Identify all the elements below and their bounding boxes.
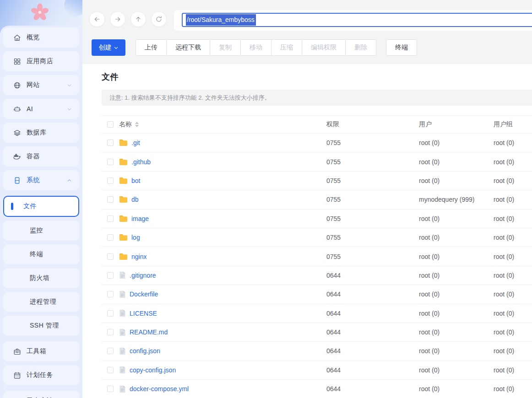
row-checkbox[interactable]: [107, 253, 114, 260]
file-name-link[interactable]: .github: [131, 158, 151, 166]
table-row: nginx0755root (0)root (0): [102, 247, 532, 266]
row-checkbox[interactable]: [107, 386, 114, 392]
perm-cell: 0644: [326, 272, 419, 279]
file-name-link[interactable]: image: [131, 215, 149, 222]
row-checkbox[interactable]: [107, 348, 114, 354]
sidebar-item-终端[interactable]: 终端: [3, 244, 79, 264]
folder-icon: [119, 253, 128, 260]
grid-icon: [13, 57, 21, 65]
file-name-link[interactable]: nginx: [131, 253, 147, 260]
user-cell: root (0): [419, 310, 494, 317]
sidebar-item-label: 防火墙: [30, 274, 50, 282]
file-name-link[interactable]: LICENSE: [130, 310, 157, 317]
group-cell: root (0): [494, 272, 532, 279]
perm-cell: 0644: [326, 347, 419, 355]
sidebar-item-防火墙[interactable]: 防火墙: [3, 268, 79, 288]
row-checkbox[interactable]: [107, 234, 114, 241]
forward-button[interactable]: [110, 11, 125, 27]
path-value-selected-text: /root/Sakura_embyboss: [186, 14, 256, 26]
perm-cell: 0755: [326, 177, 419, 184]
server-icon: [13, 176, 21, 184]
perm-cell: 0644: [326, 310, 419, 317]
sidebar-item-网站[interactable]: 网站: [3, 75, 79, 95]
sidebar-item-SSH-管理[interactable]: SSH 管理: [3, 316, 79, 336]
row-checkbox[interactable]: [107, 291, 114, 297]
user-cell: root (0): [419, 366, 494, 374]
terminal-button[interactable]: 终端: [386, 39, 417, 56]
chevron-up-icon: [67, 178, 72, 183]
row-checkbox[interactable]: [107, 215, 114, 222]
group-cell: root (0): [494, 290, 532, 298]
folder-icon: [119, 234, 128, 241]
arrow-up-icon: [135, 16, 142, 23]
notice-bar: 注意: 1. 搜索结果不支持排序功能 2. 文件夹无法按大小排序。: [102, 90, 532, 106]
table-row: image0755root (0)root (0): [102, 210, 532, 228]
create-button[interactable]: 创建: [92, 39, 125, 56]
back-button[interactable]: [89, 11, 105, 27]
file-name-link[interactable]: config.json: [130, 347, 160, 355]
row-checkbox[interactable]: [107, 310, 114, 317]
file-icon: [119, 309, 126, 317]
file-name-link[interactable]: .gitignore: [130, 272, 156, 279]
file-name-cell: nginx: [119, 253, 326, 260]
row-checkbox[interactable]: [107, 196, 114, 203]
file-name-link[interactable]: db: [131, 196, 139, 203]
perm-cell: 0755: [326, 215, 419, 222]
sidebar-item-计划任务[interactable]: 计划任务: [3, 365, 79, 385]
group-cell: root (0): [494, 347, 532, 355]
sidebar-item-label: 容器: [27, 152, 40, 161]
toolbox-icon: [13, 347, 21, 355]
sidebar-item-AI[interactable]: AI: [3, 99, 79, 119]
file-name-link[interactable]: log: [131, 234, 140, 241]
path-bar-container: /root/Sakura_embyboss: [174, 10, 532, 31]
sidebar-item-label: 终端: [30, 250, 43, 258]
sidebar-item-概览[interactable]: 概览: [3, 27, 79, 48]
file-name-cell: .github: [119, 158, 326, 166]
sort-icon[interactable]: [135, 122, 139, 127]
up-button[interactable]: [130, 11, 146, 27]
toolbar-button-上传[interactable]: 上传: [136, 40, 166, 55]
file-name-cell: copy-config.json: [119, 366, 326, 374]
row-checkbox[interactable]: [107, 177, 114, 184]
file-name-cell: image: [119, 215, 326, 222]
row-checkbox[interactable]: [107, 140, 114, 146]
create-button-label: 创建: [99, 43, 112, 52]
file-name-link[interactable]: bot: [131, 177, 140, 184]
sidebar-item-工具箱[interactable]: 工具箱: [3, 341, 79, 361]
file-nav-buttons: [89, 11, 167, 27]
select-all-checkbox[interactable]: [107, 121, 114, 128]
user-cell: root (0): [419, 328, 494, 336]
sidebar-item-数据库[interactable]: 数据库: [3, 123, 79, 143]
user-cell: root (0): [419, 347, 494, 355]
sidebar-item-容器[interactable]: 容器: [3, 146, 79, 167]
sidebar-item-系统[interactable]: 系统: [3, 170, 79, 190]
sidebar-item-文件[interactable]: 文件: [3, 196, 79, 217]
perm-cell: 0755: [326, 139, 419, 146]
group-cell: root (0): [494, 366, 532, 374]
sidebar-item-进程管理[interactable]: 进程管理: [3, 292, 79, 312]
chevron-down-icon: [67, 107, 72, 112]
sidebar-item-label: 概览: [27, 33, 40, 42]
file-name-link[interactable]: docker-compose.yml: [130, 385, 189, 393]
group-cell: root (0): [494, 215, 532, 222]
file-name-link[interactable]: README.md: [130, 328, 168, 336]
sidebar-item-应用商店[interactable]: 应用商店: [3, 51, 79, 71]
perm-cell: 0644: [326, 328, 419, 336]
toolbar-button-远程下载[interactable]: 远程下载: [166, 40, 210, 55]
user-cell: root (0): [419, 234, 494, 241]
file-name-link[interactable]: copy-config.json: [130, 366, 176, 374]
row-checkbox[interactable]: [107, 159, 114, 165]
path-input[interactable]: /root/Sakura_embyboss: [182, 13, 532, 27]
sidebar-item-监控[interactable]: 监控: [3, 221, 79, 241]
row-checkbox[interactable]: [107, 329, 114, 335]
file-name-link[interactable]: Dockerfile: [130, 290, 158, 298]
refresh-button[interactable]: [151, 11, 167, 27]
row-checkbox[interactable]: [107, 272, 114, 279]
sidebar-item-label: 工具箱: [27, 347, 47, 355]
toolbar-button-复制: 复制: [210, 40, 240, 55]
file-name-link[interactable]: .git: [131, 139, 140, 146]
file-name-cell: log: [119, 234, 326, 241]
row-checkbox[interactable]: [107, 367, 114, 373]
sidebar-item-日志审计[interactable]: 日志审计: [3, 391, 79, 398]
folder-icon: [119, 177, 128, 184]
